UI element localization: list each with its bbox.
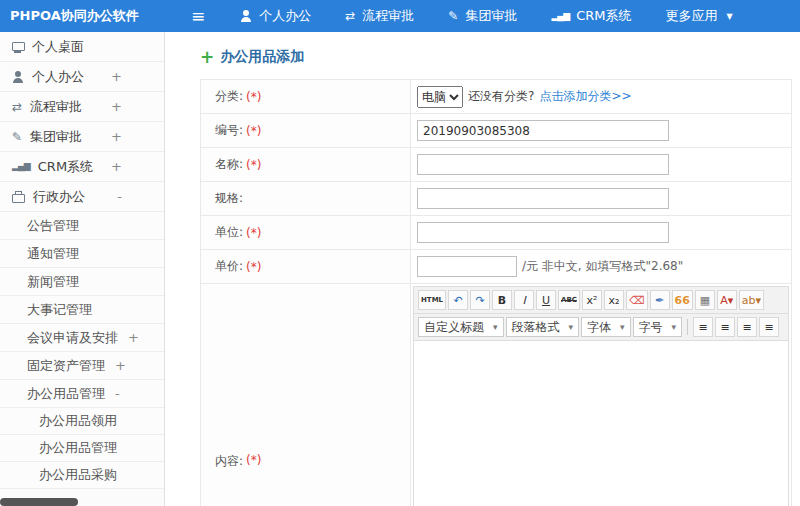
nav-label: 个人办公 [259,7,311,25]
bold-button[interactable]: B [492,290,512,310]
nav-more-apps[interactable]: 更多应用 ▼ [648,0,749,32]
remove-format-button[interactable]: ⌫ [626,290,648,310]
form-row-code: 编号: (*) [201,114,791,148]
sidebar-item-admin-office[interactable]: 行政办公 - [0,182,164,212]
expand-toggle[interactable]: + [111,159,122,174]
horizontal-scrollbar-thumb[interactable] [0,498,78,506]
chevron-down-icon: ▾ [620,322,625,332]
nav-group-approval[interactable]: ✎ 集团审批 [431,0,534,32]
subscript-button[interactable]: x₂ [604,290,624,310]
menu-toggle-button[interactable]: ≡ [191,8,205,25]
align-center-button[interactable]: ≡ [715,317,735,337]
editor-toolbar-row1: HTML↶↷BIUABCx²x₂⌫✒66▦A▾ab▾ [414,287,788,314]
font-color-button[interactable]: A▾ [717,290,737,310]
field-label-content: 内容: (*) [201,284,411,506]
chevron-down-icon: ▾ [493,322,498,332]
sidebar-item-notice-mgmt[interactable]: 通知管理 [0,240,164,268]
sidebar-item-news-mgmt[interactable]: 新闻管理 [0,268,164,296]
code-input[interactable] [417,120,669,141]
label-text: 分类: [215,88,243,105]
field-label-name: 名称: (*) [201,148,411,181]
font-family-dropdown[interactable]: 字体 ▾ [581,317,631,337]
sidebar-item-supplies-management[interactable]: 办公用品管理 [0,435,164,462]
sidebar-item-label: 集团审批 [30,128,82,146]
hamburger-icon: ≡ [191,6,205,26]
collapse-toggle[interactable]: - [117,189,122,204]
field-price: /元 非中文, 如填写格式"2.68" [411,250,791,283]
required-marker: (*) [246,226,261,240]
font-size-dropdown[interactable]: 字号 ▾ [633,317,683,337]
expand-toggle[interactable]: + [111,129,122,144]
field-content: HTML↶↷BIUABCx²x₂⌫✒66▦A▾ab▾ 自定义标题 ▾ 段落格式 … [411,284,791,506]
sidebar-item-announcement-mgmt[interactable]: 公告管理 [0,212,164,240]
unit-input[interactable] [417,222,669,243]
sidebar-item-personal-office[interactable]: 个人办公 + [0,62,164,92]
sidebar-item-office-supplies-mgmt[interactable]: 办公用品管理 - [0,380,164,408]
nav-label: 流程审批 [362,7,414,25]
add-icon: + [200,49,214,66]
nav-personal-office[interactable]: 个人办公 [223,0,328,32]
align-justify-button[interactable]: ≡ [759,317,779,337]
collapse-toggle[interactable]: - [115,386,120,401]
expand-toggle[interactable]: + [128,330,139,345]
sidebar-item-events-mgmt[interactable]: 大事记管理 [0,296,164,324]
add-category-link[interactable]: 点击添加分类>> [539,88,631,105]
form-row-unit: 单位: (*) [201,216,791,250]
main-content: + 办公用品添加 分类: (*) 电脑 还没有分类? 点击添加分类>> 编号: … [165,32,800,506]
custom-title-dropdown[interactable]: 自定义标题 ▾ [418,317,504,337]
nav-crm-system[interactable]: ▂▄▆ CRM系统 [534,0,648,32]
sidebar-item-fixed-assets[interactable]: 固定资产管理 + [0,352,164,380]
format-brush-button[interactable]: ✒ [650,290,670,310]
category-select[interactable]: 电脑 [417,86,463,108]
app-logo[interactable]: PHPOA协同办公软件 [0,7,165,25]
blockquote-button[interactable]: 66 [672,290,693,310]
price-input[interactable] [417,256,517,277]
sidebar-item-label: 办公用品管理 [39,439,117,457]
bar-chart-icon: ▂▄▆ [12,162,30,171]
expand-toggle[interactable]: + [115,358,126,373]
nav-workflow-approval[interactable]: ⇄ 流程审批 [328,0,431,32]
form-row-price: 单价: (*) /元 非中文, 如填写格式"2.68" [201,250,791,284]
underline-button[interactable]: U [536,290,556,310]
sidebar-item-personal-desktop[interactable]: 个人桌面 [0,32,164,62]
rich-text-editor: HTML↶↷BIUABCx²x₂⌫✒66▦A▾ab▾ 自定义标题 ▾ 段落格式 … [413,286,789,506]
field-label-price: 单价: (*) [201,250,411,283]
italic-button[interactable]: I [514,290,534,310]
undo-button[interactable]: ↶ [448,290,468,310]
dropdown-label: 自定义标题 [424,319,484,336]
name-input[interactable] [417,154,669,175]
align-right-button[interactable]: ≡ [737,317,757,337]
strikethrough-button[interactable]: ABC [558,290,580,310]
highlight-color-button[interactable]: ab▾ [739,290,764,310]
approval-edit-icon: ✎ [448,10,458,22]
align-left-button[interactable]: ≡ [693,317,713,337]
dropdown-label: 段落格式 [512,319,560,336]
html-source-button[interactable]: HTML [418,290,446,310]
sidebar-item-label: 行政办公 [33,188,85,206]
sidebar-item-crm[interactable]: ▂▄▆ CRM系统 + [0,152,164,182]
desktop-icon [12,41,24,53]
editor-content-area[interactable] [414,341,788,506]
sidebar-item-supplies-purchase[interactable]: 办公用品采购 [0,462,164,489]
sidebar-item-label: 固定资产管理 [27,357,105,375]
required-marker: (*) [246,260,261,274]
insert-table-button[interactable]: ▦ [695,290,715,310]
sidebar-item-supplies-requisition[interactable]: 办公用品领用 [0,408,164,435]
sidebar-item-label: 流程审批 [30,98,82,116]
topbar: PHPOA协同办公软件 ≡ 个人办公 ⇄ 流程审批 ✎ 集团审批 ▂▄▆ CRM… [0,0,800,32]
field-label-code: 编号: (*) [201,114,411,147]
sidebar-item-group-approval[interactable]: ✎ 集团审批 + [0,122,164,152]
paragraph-format-dropdown[interactable]: 段落格式 ▾ [506,317,580,337]
sidebar-item-workflow-approval[interactable]: ⇄ 流程审批 + [0,92,164,122]
spec-input[interactable] [417,188,669,209]
caret-down-icon: ▼ [726,12,732,21]
field-category: 电脑 还没有分类? 点击添加分类>> [411,80,791,113]
expand-toggle[interactable]: + [111,69,122,84]
nav-label: 更多应用 [665,7,717,25]
superscript-button[interactable]: x² [582,290,602,310]
redo-button[interactable]: ↷ [470,290,490,310]
expand-toggle[interactable]: + [111,99,122,114]
sidebar-item-label: 大事记管理 [27,301,92,319]
sidebar-item-meeting-request[interactable]: 会议申请及安排 + [0,324,164,352]
field-code [411,114,791,147]
